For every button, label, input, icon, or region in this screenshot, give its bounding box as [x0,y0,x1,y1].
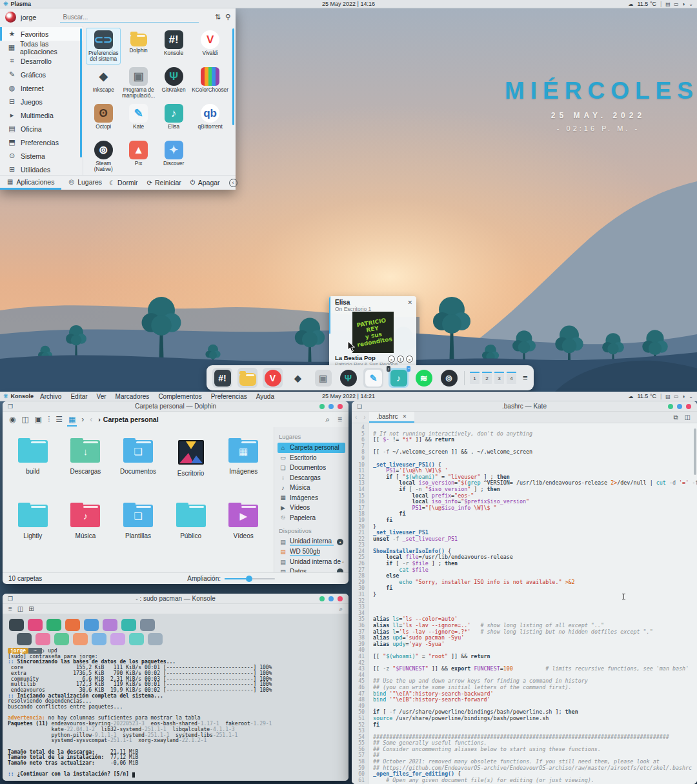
tray-expand-icon[interactable]: ⌄ [689,394,693,399]
next-button[interactable]: » [406,356,413,363]
dock-item-gitkraken[interactable]: Ψ [338,368,358,388]
dock-item-dolphin[interactable] [237,368,258,388]
app-kate[interactable]: ✎Kate [121,101,156,138]
dock-menu-icon[interactable]: ≡ [523,373,528,383]
desktop-1[interactable]: 1 [470,372,480,384]
desktop-2[interactable]: 2 [482,372,492,384]
place-papelera[interactable]: ♲Papelera [278,513,345,523]
device-wd-500gb[interactable]: ▤WD 500gb [278,547,345,558]
category-todas-las-aplicaciones[interactable]: ▦Todas las aplicaciones [0,41,83,54]
weather-icon[interactable]: ☁ [629,394,634,399]
code-area[interactable]: # If not running interactively, don't do… [369,423,697,784]
pause-button[interactable]: ∥ [397,356,404,363]
menu-preferencias[interactable]: Preferencias [211,393,247,400]
dock-item-gimp[interactable]: ▣ [313,368,333,388]
zoom-slider[interactable] [225,578,275,579]
hamburger-menu-icon[interactable]: ≡ [338,415,342,424]
app-qbittorrent[interactable]: qbqBittorrent [191,101,229,138]
split-button[interactable]: ◫ [21,415,28,424]
category-desarrollo[interactable]: ⌗Desarrollo [0,54,83,68]
split-view-icon[interactable]: ◫ [685,414,691,421]
category-favoritos[interactable]: ★Favoritos [0,27,83,41]
folder-build[interactable]: build [6,436,59,501]
place-m-sica[interactable]: ♪Música [278,483,345,493]
dormir-button[interactable]: ☾Dormir [109,179,137,186]
avatar[interactable] [5,12,16,23]
tab-prev-icon[interactable]: ‹ [355,414,357,421]
app-kcolorchooser[interactable]: KColorChooser [191,65,229,101]
desktop-4[interactable]: 4 [507,372,516,384]
volume-icon[interactable]: ◑ [682,394,685,399]
collapse-button[interactable]: ‹ [229,179,237,187]
device-unidad-interna-de-24[interactable]: ▤Unidad interna de 24...▴ [278,537,345,547]
maximize-button[interactable] [677,404,682,409]
app-konsole[interactable]: #!Konsole [156,28,191,65]
search-icon[interactable]: ⌕ [339,605,343,613]
weather-icon[interactable]: ☁ [629,1,634,7]
app-vivaldi[interactable]: VVivaldi [191,28,229,65]
maximize-button[interactable] [328,596,334,601]
place-descargas[interactable]: ↓Descargas [278,473,345,483]
sort-icon[interactable]: ⇅ [215,13,221,21]
app-dolphin[interactable]: Dolphin [121,28,156,65]
app-elisa[interactable]: ♪Elisa [156,101,191,138]
device-unidad-interna-de-48-8-g[interactable]: ▤Unidad interna de 48,8 G... [278,557,345,567]
dock-item-kate[interactable]: ✎ [363,368,383,388]
place-v-deos[interactable]: ▶Vídeos [278,503,345,513]
folder-p-blico[interactable]: Público [165,501,217,565]
minimize-button[interactable] [668,404,673,409]
apps-scrollbar[interactable] [232,28,234,125]
close-button[interactable] [686,404,691,409]
konsole-titlebar[interactable]: ❐ - : sudo pacman — Konsole [3,594,348,604]
volume-icon[interactable]: ◑ [682,1,685,7]
tray-expand-icon[interactable]: ⌄ [689,1,693,7]
menu-complementos[interactable]: Complementos [158,393,201,400]
dock-item-inkscape[interactable]: ◆ [288,368,308,388]
dolphin-titlebar[interactable]: ❐ Carpeta personal — Dolphin [3,401,348,412]
app-programa-de-manipulaci[interactable]: ▣Programa de manipulació... [121,65,156,101]
terminal-output[interactable]: jorge ~ ❯ upd[sudo] contraseña para jorg… [3,614,348,781]
place-documentos[interactable]: ❏Documentos [278,463,345,473]
device-datos[interactable]: ▤Datos▴ [278,567,345,573]
clipboard-icon[interactable]: ▤ [665,1,671,7]
view-grid-button[interactable]: ▦ [68,415,76,424]
close-button[interactable] [338,404,343,409]
display-icon[interactable]: ▭ [674,394,679,399]
search-input[interactable] [60,12,198,23]
category-gr-ficos[interactable]: ✎Gráficos [0,68,83,81]
folder-descargas[interactable]: ↓Descargas [59,436,112,501]
app-octopi[interactable]: ʘOctopi [86,101,121,138]
menu-ayuda[interactable]: Ayuda [256,393,274,400]
temperature[interactable]: 11.5 °C [638,393,656,399]
folder-m-sica[interactable]: ♪Música [59,501,112,565]
close-button[interactable] [338,596,343,601]
hidden-files-button[interactable]: ◉ [9,415,15,424]
category-juegos[interactable]: ⊟Juegos [0,95,83,108]
app-gitkraken[interactable]: ΨGitKraken [156,65,191,101]
view-list-button[interactable]: ☰ [56,415,63,424]
categories-scrollbar[interactable] [80,28,82,157]
folder-im-genes[interactable]: ▦Imágenes [217,436,270,501]
app-inkscape[interactable]: ◆Inkscape [86,65,121,101]
forward-button[interactable]: › [81,415,84,424]
category-preferencias[interactable]: ⬒Preferencias [0,136,83,149]
pin-icon[interactable]: ⚲ [225,13,230,21]
kate-titlebar[interactable]: ❏ .bashrc — Kate [352,401,697,412]
folder-v-deos[interactable]: ▶Vídeos [217,501,270,565]
menu-editar[interactable]: Editar [70,393,87,400]
dock-item-konsole[interactable]: #! [212,368,232,388]
place-carpeta-personal[interactable]: ⌂Carpeta personal [278,443,345,453]
maximize-button[interactable] [328,404,334,409]
panel-clock[interactable]: 25 May 2022 | 14:16 [0,1,697,7]
category-internet[interactable]: ◍Internet [0,81,83,95]
tab-next-icon[interactable]: › [363,414,365,421]
view-tree-button[interactable]: ⫶ [48,415,50,424]
breadcrumb[interactable]: ›Carpeta personal [98,416,158,423]
app-pix[interactable]: ▲Pix [121,138,156,175]
duplicate-view-icon[interactable]: ⧉ [673,414,678,421]
apagar-button[interactable]: ⏻Apagar [190,179,220,186]
split-view-icon[interactable]: ◫ [17,605,23,612]
app-steam-native[interactable]: ⊚Steam (Native) [86,138,121,175]
eject-icon[interactable]: ▴ [337,539,343,545]
menu-marcadores[interactable]: Marcadores [116,393,150,400]
